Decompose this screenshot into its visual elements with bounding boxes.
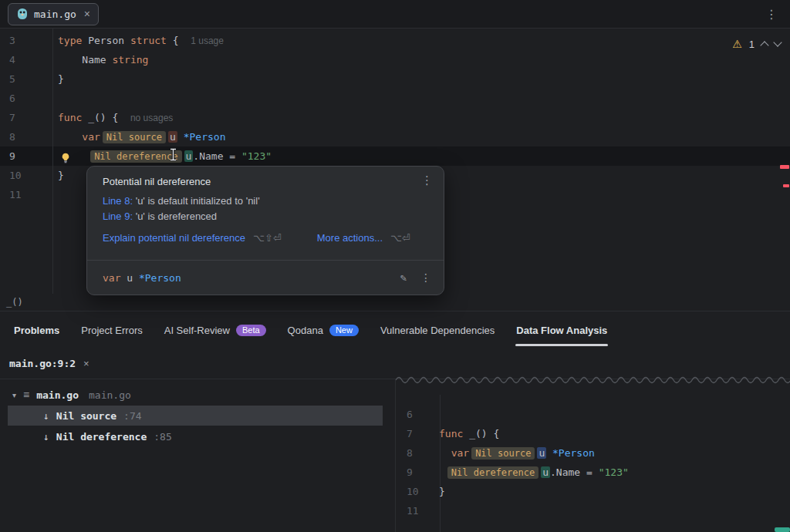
code-line-6[interactable]: 6 <box>396 405 790 424</box>
tool-tab-project-errors[interactable]: Project Errors <box>70 311 153 348</box>
line-number[interactable]: 6 <box>0 89 52 108</box>
code-token: 1 usage <box>191 35 224 46</box>
line-number[interactable]: 10 <box>0 166 52 185</box>
go-gopher-file-icon <box>16 8 29 20</box>
popup-code-text: var u *Person <box>103 272 181 284</box>
code-token: func <box>58 112 82 123</box>
line-number[interactable]: 3 <box>0 31 52 50</box>
expand-chevron-icon[interactable]: ▾ <box>12 391 16 399</box>
code-line-5[interactable]: 5} <box>0 69 790 89</box>
warning-icon: ⚠ <box>732 38 742 50</box>
code-text <box>431 501 439 520</box>
code-text: } <box>431 482 445 501</box>
line-number[interactable]: 9 <box>396 463 431 482</box>
tab-close-icon[interactable]: × <box>84 8 90 20</box>
scrollbar-thumb[interactable] <box>775 527 790 532</box>
code-token: *Person <box>184 131 226 143</box>
code-line-11[interactable]: 11 <box>396 501 790 520</box>
new-badge: New <box>329 325 359 336</box>
code-line-10[interactable]: 10} <box>396 482 790 501</box>
code-line-3[interactable]: 3type Person struct { 1 usage <box>0 31 790 50</box>
tab-options-kebab-icon[interactable]: ⋮ <box>761 7 782 22</box>
code-line-7[interactable]: 7func _() { no usages <box>0 108 790 127</box>
code-text: } <box>52 166 64 185</box>
detail-text: 'u' is dereferenced <box>133 210 217 222</box>
code-token: *Person <box>139 272 181 284</box>
result-tab-label: main.go:9:2 <box>9 358 76 369</box>
action-link[interactable]: Explain potential nil dereference <box>103 232 245 244</box>
text-cursor-icon <box>169 148 177 163</box>
line-number[interactable]: 7 <box>0 108 52 127</box>
previous-problem-chevron-icon[interactable] <box>760 41 768 49</box>
line-link[interactable]: Line 8: <box>103 195 133 207</box>
code-line-7[interactable]: 7func _() { <box>396 424 790 443</box>
tool-tab-label: Project Errors <box>81 325 142 336</box>
tool-tab-ai-self-review[interactable]: AI Self-ReviewBeta <box>154 311 277 348</box>
inspection-widget[interactable]: ⚠ 1 <box>732 38 781 50</box>
popup-detail-line: Line 9: 'u' is dereferenced <box>103 209 428 224</box>
list-icon: ≡ <box>23 389 29 401</box>
code-token: "123" <box>599 466 629 478</box>
tree-item-nil-source[interactable]: ↓Nil source:74 <box>8 406 383 426</box>
next-problem-chevron-icon[interactable] <box>773 38 782 46</box>
tool-tab-problems[interactable]: Problems <box>3 311 70 348</box>
tree-item-nil-dereference[interactable]: ↓Nil dereference:85 <box>8 426 383 446</box>
code-line-8[interactable]: 8 varNil sourceu *Person <box>0 127 790 146</box>
editor-tab-bar: main.go × ⋮ <box>0 0 790 29</box>
code-line-4[interactable]: 4 Name string <box>0 50 790 69</box>
code-token: var <box>82 131 100 143</box>
line-number[interactable]: 5 <box>0 69 52 89</box>
tool-tab-vulnerable-dependencies[interactable]: Vulnerable Dependencies <box>370 311 505 348</box>
inlay-hint-badge[interactable]: Nil source <box>471 447 535 460</box>
line-number[interactable]: 6 <box>396 405 431 424</box>
intention-bulb-icon[interactable] <box>60 150 71 161</box>
result-tab-main-go-9-2[interactable]: main.go:9:2 × <box>9 358 89 369</box>
code-token: .Name = <box>193 150 241 162</box>
tool-tab-data-flow-analysis[interactable]: Data Flow Analysis <box>505 311 618 348</box>
edit-icon[interactable]: ✎ <box>400 271 407 284</box>
code-line-6[interactable]: 6 <box>0 89 790 108</box>
editor-tab-main-go[interactable]: main.go × <box>8 3 99 25</box>
tree-items: ↓Nil source:74↓Nil dereference:85 <box>0 406 395 446</box>
detail-text: 'u' is default initialized to 'nil' <box>133 195 260 207</box>
code-token <box>546 447 552 459</box>
code-line-9[interactable]: 9 Nil dereferenceu.Name = "123" <box>0 146 790 166</box>
breadcrumb[interactable]: _() <box>6 297 23 308</box>
code-token: var <box>103 272 120 284</box>
code-token: type <box>58 35 82 46</box>
line-number[interactable]: 11 <box>0 185 52 204</box>
action-link[interactable]: More actions... <box>317 232 383 244</box>
code-line-9[interactable]: 9 Nil dereferenceu.Name = "123" <box>396 463 790 482</box>
popup-kebab-icon[interactable]: ⋮ <box>421 173 433 187</box>
line-number[interactable]: 10 <box>396 482 431 501</box>
inlay-hint-badge[interactable]: Nil dereference <box>447 466 538 479</box>
code-text: func _() { <box>431 424 499 443</box>
code-text: Nil dereferenceu.Name = "123" <box>52 146 272 166</box>
code-token: u <box>537 447 546 459</box>
error-stripe-mark[interactable] <box>780 165 789 169</box>
code-token <box>439 447 451 459</box>
line-link[interactable]: Line 9: <box>103 210 133 222</box>
tree-root-main-go[interactable]: ▾ ≡ main.go main.go <box>0 385 395 405</box>
code-token: Name <box>58 54 112 66</box>
code-line-8[interactable]: 8 varNil sourceu *Person <box>396 443 790 463</box>
line-number[interactable]: 11 <box>396 501 431 520</box>
code-token: no usages <box>130 113 173 123</box>
line-number[interactable]: 9 <box>0 146 52 166</box>
ide-window: main.go × ⋮ 3type Person struct { 1 usag… <box>0 0 790 532</box>
line-number[interactable]: 4 <box>0 50 52 69</box>
tool-tab-qodana[interactable]: QodanaNew <box>277 311 370 348</box>
line-number[interactable]: 8 <box>396 443 431 463</box>
tree-item-label: Nil source <box>56 410 116 422</box>
error-stripe-mark[interactable] <box>783 184 789 187</box>
tree-item-label: Nil dereference <box>56 431 147 443</box>
inlay-hint-badge[interactable]: Nil dereference <box>90 150 181 163</box>
line-number[interactable]: 7 <box>396 424 431 443</box>
code-preview-pane: 67func _() {8 varNil sourceu *Person9 Ni… <box>395 379 790 532</box>
result-tab-close-icon[interactable]: × <box>83 358 89 369</box>
popup-code-kebab-icon[interactable]: ⋮ <box>420 271 431 284</box>
code-token: func <box>439 428 463 439</box>
inlay-hint-badge[interactable]: Nil source <box>103 131 166 143</box>
code-token <box>58 131 82 143</box>
line-number[interactable]: 8 <box>0 127 52 146</box>
